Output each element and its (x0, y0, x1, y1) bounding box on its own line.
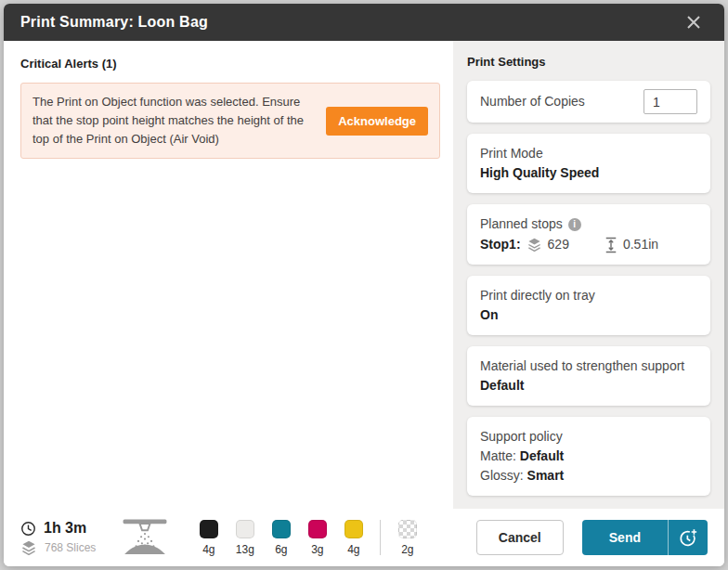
planned-stops-card: Planned stops Stop1: 629 0.51in (467, 204, 710, 265)
print-time: 1h 3m (44, 520, 86, 537)
slices-icon (20, 540, 37, 555)
material-yellow: 4g (335, 520, 371, 556)
stop-layer-value: 629 (548, 235, 569, 254)
support-policy-card: Support policy Matte: Default Glossy: Sm… (467, 417, 710, 496)
material-black: 4g (190, 520, 227, 556)
slices-count: 768 Slices (45, 541, 96, 554)
material-swatch-magenta (308, 520, 327, 538)
print-settings-heading: Print Settings (467, 55, 710, 69)
stop-name: Stop1: (480, 235, 521, 254)
materials-row: 4g 13g 6g 3g 4g 2g (190, 520, 425, 556)
printhead-icon (122, 517, 168, 558)
footer-actions: Cancel Send (476, 520, 708, 555)
support-policy-matte: Matte: Default (480, 447, 697, 466)
print-stats: 1h 3m 768 Slices (20, 520, 96, 555)
tray-card: Print directly on tray On (467, 276, 710, 335)
material-cyan: 6g (263, 520, 299, 556)
schedule-send-button[interactable] (669, 520, 708, 555)
print-mode-card: Print Mode High Quality Speed (467, 134, 710, 193)
materials-divider (380, 520, 381, 555)
support-policy-label: Support policy (480, 427, 697, 447)
dialog-footer: 1h 3m 768 Slices (4, 509, 724, 566)
print-settings-panel: Print Settings Number of Copies Print Mo… (453, 41, 724, 509)
stop-height-value: 0.51in (623, 235, 658, 254)
print-mode-value: High Quality Speed (480, 163, 697, 183)
height-icon (604, 237, 618, 253)
material-white: 13g (227, 520, 263, 556)
cancel-button[interactable]: Cancel (476, 520, 564, 555)
material-support: 2g (389, 520, 425, 556)
alert-item: The Print on Object function was selecte… (20, 83, 440, 159)
info-icon[interactable] (568, 218, 581, 231)
support-material-card: Material used to strengthen support Defa… (467, 346, 710, 406)
support-policy-glossy: Glossy: Smart (480, 466, 697, 486)
layers-icon (526, 238, 542, 252)
tray-value: On (480, 305, 697, 325)
material-swatch-black (200, 520, 218, 538)
dialog-title: Print Summary: Loon Bag (20, 14, 208, 31)
critical-alerts-heading: Critical Alerts (1) (20, 57, 440, 71)
close-button[interactable] (680, 8, 708, 36)
material-swatch-cyan (272, 520, 291, 538)
tray-label: Print directly on tray (480, 286, 697, 305)
acknowledge-button[interactable]: Acknowledge (326, 107, 428, 136)
material-swatch-yellow (344, 520, 363, 538)
critical-alerts-panel: Critical Alerts (1) The Print on Object … (4, 41, 453, 509)
clock-icon (20, 521, 36, 537)
material-swatch-white (236, 520, 254, 538)
copies-card: Number of Copies (467, 81, 710, 123)
send-button-group: Send (582, 520, 708, 555)
close-icon (684, 13, 703, 32)
planned-stops-label: Planned stops (480, 214, 563, 234)
clock-plus-icon (678, 527, 698, 548)
copies-label: Number of Copies (480, 92, 585, 111)
dialog-body: Critical Alerts (1) The Print on Object … (4, 41, 724, 509)
alert-message: The Print on Object function was selecte… (32, 93, 313, 149)
support-material-label: Material used to strengthen support (480, 356, 697, 376)
print-summary-dialog: Print Summary: Loon Bag Critical Alerts … (4, 4, 724, 566)
send-button[interactable]: Send (582, 520, 669, 555)
print-mode-label: Print Mode (480, 144, 697, 163)
material-magenta: 3g (299, 520, 335, 556)
copies-input[interactable] (644, 89, 697, 114)
dialog-header: Print Summary: Loon Bag (4, 4, 724, 41)
support-material-value: Default (480, 376, 697, 395)
material-swatch-support (398, 520, 417, 538)
